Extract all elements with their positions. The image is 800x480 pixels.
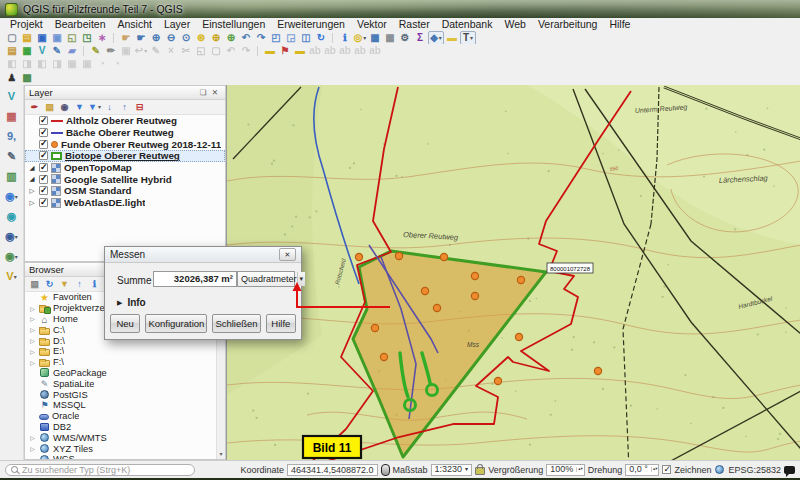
toolbar-button[interactable]: ⊙ bbox=[179, 32, 193, 44]
menu-item[interactable]: Vektor bbox=[351, 18, 393, 31]
layer-tree-row[interactable]: Biotope Oberer Reutweg bbox=[25, 150, 225, 162]
dialog-button[interactable]: Neu bbox=[110, 314, 140, 333]
toolbar-button[interactable]: ◱ bbox=[194, 45, 208, 57]
menu-item[interactable]: Web bbox=[498, 18, 531, 31]
toolbar-button[interactable]: ▣ bbox=[80, 58, 94, 70]
messages-icon[interactable] bbox=[784, 466, 795, 474]
toolbar-button[interactable]: ab bbox=[338, 45, 352, 57]
browser-tree-row[interactable]: ▷ WMS/WMTS bbox=[25, 432, 225, 443]
menu-item[interactable]: Datenbank bbox=[436, 18, 499, 31]
toolbar-button[interactable]: Σ bbox=[413, 32, 427, 44]
browser-tree-row[interactable]: DB2 bbox=[25, 422, 225, 433]
toolbar-button[interactable]: ab bbox=[368, 45, 382, 57]
left-toolbar-button[interactable]: ◉ bbox=[2, 249, 22, 263]
left-toolbar-button[interactable]: ✎ bbox=[2, 149, 22, 163]
toolbar-button[interactable]: ▤ bbox=[20, 32, 34, 44]
layer-panel-tool-button[interactable]: ⊟ bbox=[133, 102, 146, 113]
unit-dropdown[interactable]: Quadratmeter bbox=[237, 271, 295, 287]
toolbar-button[interactable]: ▣ bbox=[65, 58, 79, 70]
toolbar-button[interactable]: ☛ bbox=[119, 32, 133, 44]
magnifier-spinner[interactable]: 100% ▴▾ bbox=[546, 464, 585, 476]
menu-item[interactable]: Bearbeiten bbox=[49, 18, 112, 31]
toolbar-button[interactable]: ◱ bbox=[65, 32, 79, 44]
toolbar-button[interactable]: ↷ bbox=[239, 45, 253, 57]
scale-lock-icon[interactable] bbox=[475, 467, 485, 475]
layer-checkbox[interactable] bbox=[39, 151, 48, 160]
layer-panel-tool-button[interactable]: ▼ bbox=[73, 102, 86, 113]
toolbar-button[interactable]: ✎ bbox=[149, 45, 163, 57]
browser-tree-row[interactable]: ▷ F:\ bbox=[25, 357, 225, 368]
info-expander[interactable]: ▶ Info bbox=[117, 297, 146, 308]
dialog-button[interactable]: Hilfe bbox=[266, 314, 296, 333]
expander-icon[interactable]: ◢ bbox=[28, 164, 36, 172]
toolbar-button[interactable]: ↻ bbox=[314, 32, 328, 44]
toolbar-button[interactable]: ✎ bbox=[50, 45, 64, 57]
layer-tree-row[interactable]: ◢ OpenTopoMap bbox=[25, 162, 225, 174]
rotation-spinner[interactable]: 0,0 ° ▴▾ bbox=[625, 464, 659, 476]
browser-tree-row[interactable]: SpatiaLite bbox=[25, 378, 225, 389]
toolbar-button[interactable]: ⊛ bbox=[194, 32, 208, 44]
toolbar-button[interactable]: ▬ bbox=[263, 45, 277, 57]
locator-search-input[interactable]: Zu suchender Typ (Strg+K) bbox=[5, 464, 195, 476]
spinner-arrows-icon[interactable]: ▴▾ bbox=[651, 467, 659, 472]
layer-checkbox[interactable] bbox=[39, 163, 48, 172]
toolbar-button[interactable]: ▬ bbox=[293, 45, 307, 57]
layer-checkbox[interactable] bbox=[39, 116, 48, 125]
browser-tree-row[interactable]: ▷ E:\ bbox=[25, 346, 225, 357]
menu-item[interactable]: Ansicht bbox=[111, 18, 157, 31]
toolbar-button[interactable]: ⊕ bbox=[209, 32, 223, 44]
expander-icon[interactable]: ▷ bbox=[29, 434, 36, 441]
toolbar-button[interactable]: ✂ bbox=[179, 45, 193, 57]
toolbar-button[interactable]: ⊕ bbox=[224, 32, 238, 44]
panel-undock-icon[interactable]: ❏ bbox=[197, 87, 209, 99]
toolbar-button[interactable]: ◲ bbox=[284, 32, 298, 44]
menu-item[interactable]: Hilfe bbox=[603, 18, 636, 31]
left-toolbar-button[interactable]: ▥ bbox=[2, 169, 22, 183]
toolbar-button[interactable]: ◔ bbox=[95, 58, 109, 70]
toolbar-button[interactable]: ▣ bbox=[50, 32, 64, 44]
toolbar-button[interactable]: ▰ bbox=[65, 45, 79, 57]
toolbar-button[interactable]: ↩ bbox=[134, 45, 148, 57]
expander-icon[interactable]: ▷ bbox=[29, 348, 36, 355]
coordinate-input[interactable]: 464341.4,5408872.0 bbox=[287, 464, 378, 476]
dialog-button[interactable]: Konfiguration bbox=[145, 314, 207, 333]
scale-dropdown[interactable]: 1:3230 ▾ bbox=[431, 464, 473, 476]
layer-panel-tool-button[interactable]: ▤ bbox=[43, 102, 56, 113]
menu-item[interactable]: Layer bbox=[158, 18, 196, 31]
menu-item[interactable]: Raster bbox=[393, 18, 436, 31]
toolbar-button[interactable]: ▩ bbox=[20, 72, 34, 84]
browser-tree-row[interactable]: Oracle bbox=[25, 411, 225, 422]
window-titlebar[interactable]: QGIS für Pilzfreunde Teil 7 - QGIS bbox=[0, 0, 800, 18]
map-container[interactable]: Unterm ReutwegLärchenschlagOberer Reutwe… bbox=[226, 85, 800, 460]
toolbar-button[interactable]: ▣ bbox=[119, 45, 133, 57]
toolbar-button[interactable]: ◆ bbox=[428, 31, 444, 45]
browser-panel-tool-button[interactable]: ↑ bbox=[73, 279, 86, 290]
browser-tree-row[interactable]: ▷ XYZ Tiles bbox=[25, 443, 225, 454]
toolbar-button[interactable]: ▦ bbox=[20, 45, 34, 57]
expander-icon[interactable]: ▷ bbox=[29, 337, 36, 344]
expander-icon[interactable]: ▷ bbox=[28, 187, 36, 195]
toolbar-button[interactable]: ▢ bbox=[5, 32, 19, 44]
layer-panel-tool-button[interactable]: ▼ bbox=[88, 102, 101, 113]
toolbar-button[interactable]: ◳ bbox=[80, 32, 94, 44]
toolbar-button[interactable]: ◧ bbox=[5, 58, 19, 70]
dialog-button[interactable]: Schließen bbox=[212, 314, 260, 333]
toolbar-button[interactable]: ⊖ bbox=[164, 32, 178, 44]
layer-tree-row[interactable]: Altholz Oberer Reutweg bbox=[25, 115, 225, 127]
expander-icon[interactable]: ▷ bbox=[29, 326, 36, 333]
expander-icon[interactable]: ▷ bbox=[29, 315, 36, 322]
layer-tree-row[interactable]: ▷ OSM Standard bbox=[25, 185, 225, 197]
toolbar-button[interactable]: ⚑ bbox=[278, 45, 292, 57]
browser-panel-tool-button[interactable]: ▤ bbox=[28, 279, 41, 290]
toolbar-button[interactable]: ↶ bbox=[239, 32, 253, 44]
expander-icon[interactable]: ▷ bbox=[28, 199, 36, 207]
left-toolbar-button[interactable]: ◉ bbox=[2, 189, 22, 203]
panel-close-icon[interactable]: ✕ bbox=[209, 87, 221, 99]
browser-tree-row[interactable]: GeoPackage bbox=[25, 368, 225, 379]
toolbar-button[interactable]: ▢ bbox=[209, 45, 223, 57]
toolbar-button[interactable]: ↶ bbox=[224, 45, 238, 57]
layer-tree-row[interactable]: ◢ Google Satellite Hybrid bbox=[25, 173, 225, 185]
menu-item[interactable]: Projekt bbox=[4, 18, 49, 31]
toolbar-button[interactable]: ab bbox=[353, 45, 367, 57]
menu-item[interactable]: Erweiterungen bbox=[271, 18, 351, 31]
